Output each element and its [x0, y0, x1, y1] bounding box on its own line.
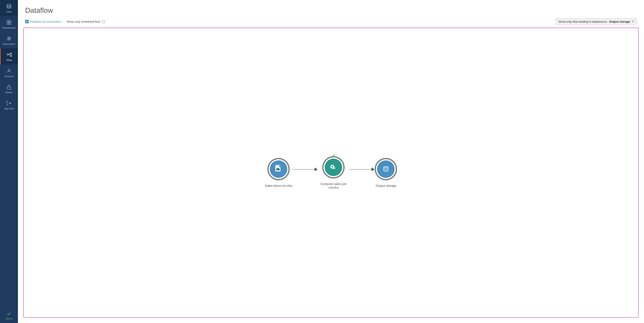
svg-rect-9: [10, 55, 12, 57]
filter-value: Output storage: [609, 20, 630, 23]
flow-canvas-wrapper: X X Sales-demo-en.xlsx: [23, 28, 638, 317]
svg-rect-11: [7, 87, 11, 89]
arrow-line-1: [292, 169, 314, 170]
svg-rect-7: [7, 54, 8, 55]
sidebar-label-flow: Flow: [7, 59, 12, 62]
node-circle-outer-compute: [322, 156, 345, 179]
svg-point-19: [332, 166, 333, 167]
sidebar-item-automation[interactable]: Automation: [0, 32, 18, 49]
sidebar-label-account: Account: [4, 75, 14, 78]
svg-rect-2: [9, 21, 11, 22]
sidebar-label-automation: Automation: [3, 43, 15, 45]
flow-icon: [6, 52, 12, 58]
svg-point-23: [384, 166, 388, 168]
node-circle-inner-compute: [325, 159, 342, 176]
arrow-head-2: [372, 168, 375, 171]
sign-out-icon: [6, 100, 12, 106]
svg-rect-1: [7, 21, 9, 22]
flow-node-compute[interactable]: ✓: [318, 156, 349, 189]
controls-row: ■ Dataflow documentation Show only sched…: [18, 18, 644, 28]
svg-point-10: [8, 69, 10, 71]
node-label-compute: Compute sales per country: [318, 182, 349, 189]
node-label-xlsx: Sales-demo-en.xlsx: [265, 184, 292, 187]
admin-icon: [6, 84, 12, 90]
controls-left: ■ Dataflow documentation Show only sched…: [25, 20, 105, 23]
svg-point-21: [334, 168, 335, 168]
flow-node-xlsx[interactable]: X X Sales-demo-en.xlsx: [265, 158, 292, 187]
arrow-connector-2: [349, 168, 375, 171]
account-icon: [6, 68, 12, 74]
sidebar: Data Dashboards Automation: [0, 0, 18, 323]
saved-indicator: Saved: [0, 308, 18, 323]
scheduled-row: Show only scheduled flow: [66, 20, 105, 23]
flow-node-output[interactable]: Output storage: [375, 158, 397, 187]
svg-point-0: [7, 4, 11, 6]
filter-close-button[interactable]: ×: [632, 20, 634, 23]
svg-text:X: X: [277, 168, 278, 171]
sidebar-label-dashboards: Dashboards: [2, 27, 16, 29]
svg-point-5: [8, 38, 10, 39]
svg-rect-3: [7, 23, 9, 25]
node-circle-inner-xlsx: X X: [270, 160, 287, 178]
automation-icon: [6, 36, 12, 42]
main-content: Dataflow ■ Dataflow documentation Show o…: [18, 0, 644, 323]
sidebar-label-sign-out: Sign-Out: [4, 107, 14, 110]
doc-link[interactable]: ■ Dataflow documentation: [25, 20, 61, 23]
sidebar-item-sign-out[interactable]: Sign-Out: [0, 97, 18, 113]
filter-badge: Show only flow leading to datasource: Ou…: [556, 18, 637, 25]
arrow-connector-1: [292, 168, 318, 171]
sidebar-item-admin[interactable]: Admin: [0, 81, 18, 97]
flow-nodes: X X Sales-demo-en.xlsx: [265, 156, 397, 189]
sidebar-label-admin: Admin: [6, 91, 12, 94]
flow-canvas: X X Sales-demo-en.xlsx: [24, 28, 638, 317]
dashboards-icon: [6, 19, 12, 26]
doc-link-label: Dataflow documentation: [30, 20, 61, 23]
node-label-output: Output storage: [376, 184, 396, 187]
arrow-line-2: [349, 169, 372, 170]
node-circle-outer-output: [375, 158, 397, 180]
svg-rect-4: [9, 23, 11, 25]
arrow-head-1: [314, 168, 318, 171]
data-icon: [6, 3, 12, 10]
scheduled-checkbox[interactable]: [102, 20, 105, 23]
page-title: Dataflow: [25, 6, 637, 15]
doc-icon: ■: [25, 20, 29, 23]
sidebar-item-data[interactable]: Data: [0, 0, 18, 16]
saved-label: Saved: [6, 317, 12, 320]
filter-label: Show only flow leading to datasource:: [558, 20, 607, 23]
scheduled-label: Show only scheduled flow: [66, 20, 100, 23]
sidebar-label-data: Data: [6, 10, 12, 13]
node-circle-inner-output: [377, 160, 394, 178]
svg-rect-8: [10, 53, 12, 54]
sidebar-item-flow[interactable]: Flow: [0, 49, 18, 65]
page-header: Dataflow: [18, 0, 644, 18]
sidebar-item-account[interactable]: Account: [0, 65, 18, 81]
node-circle-outer-xlsx: X X: [267, 158, 290, 180]
sidebar-item-dashboards[interactable]: Dashboards: [0, 16, 18, 32]
